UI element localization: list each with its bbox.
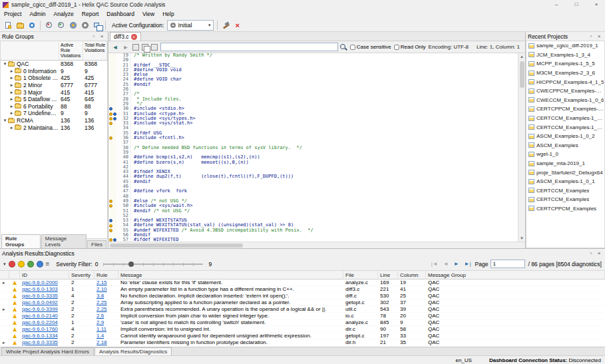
tree-row[interactable]: ▾RCMA136136: [1, 117, 107, 124]
navigate-forward-icon[interactable]: ►: [122, 44, 130, 51]
diagnostic-row[interactable]: qac-9.6.0-214022.6Implicit conversion fr…: [0, 313, 605, 319]
column-header-message-group[interactable]: Message Group: [426, 271, 605, 279]
code-line[interactable]: 33#include <sys/stat.h>: [108, 121, 518, 126]
close-panel-icon[interactable]: ×: [98, 33, 106, 40]
code-line[interactable]: 24#define VOID char: [108, 77, 518, 82]
float-panel-icon[interactable]: ▫: [90, 33, 98, 40]
warning-filter-icon[interactable]: [18, 261, 25, 268]
paste-icon[interactable]: [151, 44, 158, 51]
column-header-column[interactable]: Column: [398, 271, 426, 279]
code-line[interactable]: 34: [108, 126, 518, 130]
tab-message-levels[interactable]: Message Levels: [41, 234, 87, 248]
recent-project-item[interactable]: CERTCPPCM_Examples: [526, 204, 604, 214]
sync-project-icon[interactable]: [27, 20, 37, 30]
close-panel-icon[interactable]: ×: [595, 250, 603, 257]
tab-whole-project-analysis-hard-errors[interactable]: Whole Project Analysis Hard Errors: [1, 347, 94, 355]
editor-tab[interactable]: diff3.c ×: [110, 32, 141, 41]
scrollbar-thumb[interactable]: [110, 244, 243, 248]
code-line[interactable]: 19/* Written by Randy Smith */: [108, 53, 518, 58]
next-page-icon[interactable]: ►: [453, 261, 461, 267]
rule-link[interactable]: 2.10: [95, 286, 118, 293]
diagnostic-row[interactable]: qac-9.6.0-220412.9'case' is not aligned …: [0, 319, 605, 326]
diagnostic-id-link[interactable]: qac-9.6.0-1303: [20, 286, 69, 293]
rule-link[interactable]: 3.8: [95, 293, 118, 299]
copy-icon[interactable]: [142, 44, 148, 51]
warning-icon[interactable]: [109, 136, 112, 140]
code-line[interactable]: 22#define VOID void: [108, 68, 518, 73]
chevron-right-icon[interactable]: ▸: [9, 125, 15, 130]
menu-admin[interactable]: Admin: [25, 9, 49, 19]
rule-link[interactable]: 2.15: [95, 279, 118, 286]
rule-link[interactable]: 2.6: [95, 313, 118, 319]
diagnostic-id-link[interactable]: qac-9.6.0-1760: [20, 326, 69, 333]
warning-icon[interactable]: [109, 224, 112, 228]
recent-project-item[interactable]: MCPP_Examples-1_5_5: [526, 59, 604, 69]
diagnostic-row[interactable]: qac-9.6.0-133421.4Cannot identify wrapar…: [0, 333, 605, 339]
info-filter-icon[interactable]: [27, 261, 34, 268]
error-filter-icon[interactable]: [9, 261, 15, 268]
close-button[interactable]: ×: [588, 0, 605, 9]
qa-search-icon[interactable]: [56, 20, 66, 30]
read-only-checkbox[interactable]: [394, 45, 399, 50]
page-input[interactable]: [491, 260, 525, 268]
recent-project-item[interactable]: CERTCPPCM_Examples-1_0_4: [526, 104, 604, 114]
rule-link[interactable]: 2.9: [95, 319, 118, 326]
warning-icon[interactable]: [109, 112, 112, 116]
chevron-down-icon[interactable]: ▾: [2, 118, 8, 123]
code-line[interactable]: 38/* Define needed BSD functions in term…: [108, 146, 518, 150]
tab-files[interactable]: Files: [87, 240, 106, 248]
rule-link[interactable]: 2.25: [95, 299, 118, 306]
diagnostic-row[interactable]: ▸qac-9.6.0-339922.25Extra parentheses re…: [0, 306, 605, 313]
scroll-up-icon[interactable]: ▲: [520, 53, 524, 60]
chevron-right-icon[interactable]: ▸: [9, 83, 15, 88]
diagnostic-id-link[interactable]: qac-9.6.0-3335: [20, 293, 69, 299]
recent-project-item[interactable]: JCM_Examples-1_3_4: [526, 51, 604, 60]
search-icon[interactable]: [44, 20, 54, 30]
chevron-right-icon[interactable]: ▸: [9, 90, 15, 95]
column-header-id[interactable]: ID: [20, 271, 69, 279]
diagnostic-id-link[interactable]: qac-9.6.0-1334: [20, 333, 69, 339]
help-filter-icon[interactable]: [37, 261, 43, 268]
row-expander-icon[interactable]: ▸: [0, 279, 9, 286]
menu-report[interactable]: Report: [78, 9, 103, 19]
column-header-message[interactable]: Message: [118, 271, 343, 279]
analysis-settings-gear-icon[interactable]: [68, 20, 78, 30]
tree-row[interactable]: ▸6 Portability8888: [1, 103, 107, 110]
tab-analysis-results-diagnostics[interactable]: Analysis Results/Diagnostics: [95, 347, 172, 355]
recent-project-item[interactable]: CERTCCM_Examples: [526, 195, 604, 204]
tree-row[interactable]: ▾QAC83688368: [1, 61, 107, 68]
row-expander-icon[interactable]: ▸: [0, 339, 9, 346]
column-header-severity[interactable]: Severity: [69, 271, 95, 279]
maximize-button[interactable]: □: [568, 0, 585, 9]
search-input[interactable]: [160, 43, 338, 51]
active-violations-column-header[interactable]: Active Rule Violations: [59, 41, 83, 60]
code-line[interactable]: 28 * Include files.: [108, 97, 518, 102]
code-line[interactable]: 47#define vfork fork: [108, 189, 518, 194]
recent-project-item[interactable]: HICPPCM_Examples-4_1_5: [526, 77, 604, 87]
chevron-right-icon[interactable]: ▸: [9, 96, 15, 102]
stop-analysis-icon[interactable]: ×: [233, 20, 243, 30]
slider-thumb[interactable]: [128, 262, 134, 267]
chevron-right-icon[interactable]: ▸: [9, 75, 15, 81]
code-line[interactable]: 44#define dup2(f,t) (close(t),fcntl((f),…: [108, 174, 518, 179]
float-panel-icon[interactable]: ▫: [587, 250, 595, 257]
scrollbar-thumb[interactable]: [520, 61, 524, 88]
diagnostic-id-link[interactable]: qac-9.6.0-3399: [20, 306, 69, 313]
diagnostic-row[interactable]: ▸qac-9.6.0-333522.18Parameter identifier…: [0, 339, 605, 346]
expand-all-icon[interactable]: ▾: [3, 262, 6, 267]
recent-project-item[interactable]: ASCM_Examples-1_0_2: [526, 132, 604, 141]
first-page-icon[interactable]: |◄: [430, 261, 439, 267]
column-header-file[interactable]: File: [343, 271, 378, 279]
tree-row[interactable]: ▸0 Information99: [1, 68, 107, 75]
recent-project-item[interactable]: CERTCCM_Examples-1_2_3: [526, 122, 604, 132]
cut-icon[interactable]: [132, 44, 139, 51]
diagnostic-id-link[interactable]: qac-9.6.0-2204: [20, 319, 69, 326]
recent-project-item[interactable]: CERTCCM_Examples-1_2_5: [526, 114, 604, 123]
rule-link[interactable]: 1.4: [95, 333, 118, 339]
tree-row[interactable]: ▸3 Major415415: [1, 89, 107, 96]
analyze-hammer-icon[interactable]: [221, 20, 231, 30]
code-line[interactable]: 25#endif: [108, 83, 518, 87]
close-tab-icon[interactable]: ×: [131, 34, 137, 40]
severity-slider[interactable]: [103, 261, 203, 268]
chevron-right-icon[interactable]: ▸: [9, 104, 15, 109]
